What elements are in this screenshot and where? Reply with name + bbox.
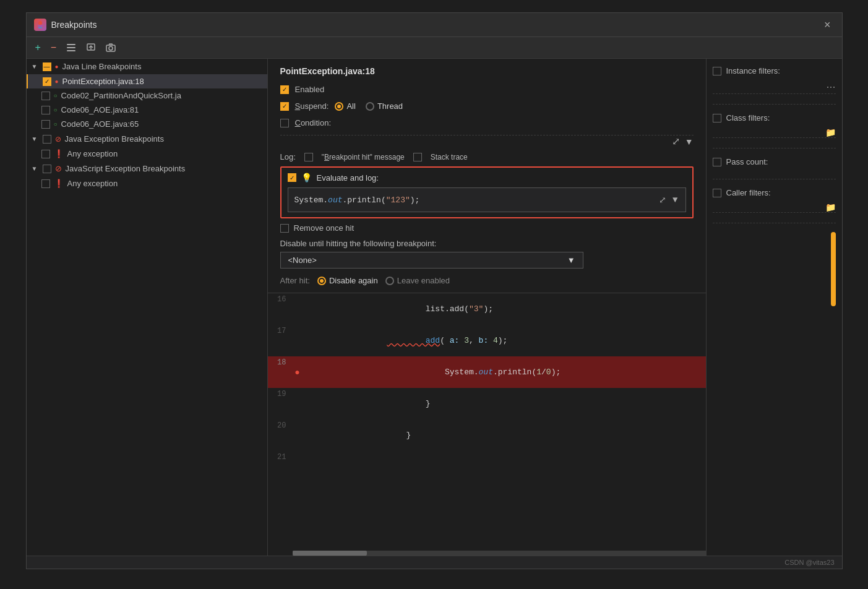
evaluate-code-text: System.out.println("123"); xyxy=(294,196,420,205)
line-content-21 xyxy=(303,451,706,466)
suspend-checkbox[interactable]: ✓ xyxy=(280,102,289,111)
title-bar: Breakpoints × xyxy=(27,13,842,37)
close-button[interactable]: × xyxy=(820,18,835,32)
after-hit-label: After hit: xyxy=(280,276,310,285)
item-code06-65[interactable]: ○ Code06_AOE.java:65 xyxy=(27,117,267,131)
instance-filters-more[interactable]: ··· xyxy=(826,80,835,93)
code-line-17: 17 add( a: 3, b: 4); xyxy=(268,325,706,356)
stack-trace-label: Stack trace xyxy=(431,153,468,161)
checkbox-any-exception-java[interactable] xyxy=(41,150,50,158)
class-filters-folder[interactable]: 📁 xyxy=(825,127,836,137)
left-panel: ▼ — ● Java Line Breakpoints ✓ ● PointExc… xyxy=(27,59,268,556)
disable-dropdown[interactable]: <None> ▼ xyxy=(280,252,583,269)
bp-dot-16 xyxy=(293,293,303,325)
label-any-exception-java: Any exception xyxy=(67,149,118,158)
svg-point-9 xyxy=(109,46,113,50)
dot-any-exception-js: ❗ xyxy=(54,179,64,188)
remove-hit-checkbox[interactable] xyxy=(280,224,289,233)
evaluate-label: Evaluate and log: xyxy=(317,173,379,183)
evaluate-checkbox[interactable]: ✓ xyxy=(288,173,296,182)
line-content-20: } xyxy=(303,419,706,451)
item-code02[interactable]: ○ Code02_PartitionAndQuickSort.ja xyxy=(27,88,267,103)
item-any-exception-js[interactable]: ❗ Any exception xyxy=(27,176,267,191)
remove-hit-label: Remove once hit xyxy=(294,223,355,233)
class-filters-section: Class filters: 📁 xyxy=(713,113,836,148)
label-code06-65: Code06_AOE.java:65 xyxy=(61,119,139,129)
chevron-java-exception: ▼ xyxy=(32,135,39,142)
line-num-16: 16 xyxy=(268,293,293,325)
breakpoint-hit-label: "Breakpoint hit" message xyxy=(322,153,405,161)
code-dropdown-icon[interactable]: ▼ xyxy=(671,194,679,206)
bp-dot-18: ● xyxy=(293,356,303,388)
disable-label: Disable until hitting the following brea… xyxy=(280,239,694,248)
checkbox-code06-65[interactable] xyxy=(41,120,50,129)
horizontal-scroll-thumb[interactable] xyxy=(293,551,367,556)
item-point-exception[interactable]: ✓ ● PointException.java:18 xyxy=(27,74,267,88)
move-to-button[interactable] xyxy=(64,41,79,54)
item-code06-81[interactable]: ○ Code06_AOE.java:81 xyxy=(27,103,267,117)
watermark: CSDN @vitas23 xyxy=(784,559,834,566)
checkbox-any-exception-js[interactable] xyxy=(41,179,50,188)
svg-rect-5 xyxy=(67,50,75,51)
instance-filters-label: Instance filters: xyxy=(726,66,780,75)
checkbox-code02[interactable] xyxy=(41,92,50,100)
svg-rect-2 xyxy=(38,27,42,28)
enabled-checkbox[interactable]: ✓ xyxy=(280,85,289,94)
checkbox-java-exception[interactable] xyxy=(43,135,51,144)
expand-icon[interactable]: ⤢ xyxy=(672,135,680,147)
svg-point-0 xyxy=(38,21,42,25)
caller-filters-checkbox[interactable] xyxy=(713,189,721,197)
checkbox-point-exception[interactable]: ✓ xyxy=(43,77,51,86)
add-button[interactable]: + xyxy=(33,41,43,54)
group-java-exception[interactable]: ▼ ⊘ Java Exception Breakpoints xyxy=(27,131,267,147)
dropdown-arrow-top[interactable]: ▼ xyxy=(685,137,694,147)
item-any-exception-java[interactable]: ❗ Any exception xyxy=(27,147,267,161)
horizontal-scrollbar[interactable] xyxy=(293,551,706,556)
code-line-21: 21 xyxy=(268,451,706,466)
checkbox-java-line[interactable]: — xyxy=(43,62,51,71)
remove-button[interactable]: − xyxy=(48,41,59,54)
radio-disable-again-label: Disable again xyxy=(329,276,378,285)
breakpoint-title: PointException.java:18 xyxy=(280,66,694,76)
group-java-line[interactable]: ▼ — ● Java Line Breakpoints xyxy=(27,59,267,74)
instance-filters-checkbox[interactable] xyxy=(713,67,721,75)
evaluate-code-input[interactable]: System.out.println("123"); ⤢ ▼ xyxy=(288,187,686,212)
group-js-exception[interactable]: ▼ ⊘ JavaScript Exception Breakpoints xyxy=(27,161,267,176)
radio-thread-label: Thread xyxy=(377,101,403,111)
condition-checkbox[interactable] xyxy=(280,119,289,127)
bp-dot-19 xyxy=(293,388,303,419)
lightbulb-icon: 💡 xyxy=(301,173,312,183)
dot-js-exception: ⊘ xyxy=(55,164,62,173)
right-config-panel: PointException.java:18 ✓ Enabled ✓ Suspe… xyxy=(268,59,706,556)
camera-button[interactable] xyxy=(103,41,118,54)
svg-rect-1 xyxy=(38,25,43,27)
pass-count-checkbox[interactable] xyxy=(713,158,721,166)
export-button[interactable] xyxy=(84,41,98,54)
line-num-17: 17 xyxy=(268,325,293,356)
bp-dot-17 xyxy=(293,325,303,356)
radio-all[interactable]: All xyxy=(335,101,355,111)
radio-leave-enabled[interactable]: Leave enabled xyxy=(385,276,450,285)
checkbox-js-exception[interactable] xyxy=(43,165,51,173)
log-label: Log: xyxy=(280,152,296,161)
caller-filters-folder[interactable]: 📁 xyxy=(825,202,836,212)
vertical-scrollbar-thumb[interactable] xyxy=(831,232,836,306)
checkbox-code06-81[interactable] xyxy=(41,106,50,114)
code-expand-icon[interactable]: ⤢ xyxy=(658,194,668,207)
instance-filters-section: Instance filters: ··· xyxy=(713,66,836,105)
radio-disable-again[interactable]: Disable again xyxy=(317,276,378,285)
caller-filters-label: Caller filters: xyxy=(726,188,771,197)
code-line-19: 19 } xyxy=(268,388,706,419)
condition-label: Condition: xyxy=(295,118,332,127)
stack-trace-checkbox[interactable] xyxy=(413,153,422,161)
right-sidebar: Instance filters: ··· Class filters: xyxy=(706,59,842,556)
svg-rect-4 xyxy=(67,47,75,48)
label-point-exception: PointException.java:18 xyxy=(62,77,144,86)
code-line-20: 20 } xyxy=(268,419,706,451)
radio-thread[interactable]: Thread xyxy=(366,101,403,111)
breakpoint-hit-checkbox[interactable] xyxy=(304,153,313,161)
dot-point-exception: ● xyxy=(55,78,59,85)
line-num-20: 20 xyxy=(268,419,293,451)
line-num-21: 21 xyxy=(268,451,293,466)
class-filters-checkbox[interactable] xyxy=(713,114,721,123)
